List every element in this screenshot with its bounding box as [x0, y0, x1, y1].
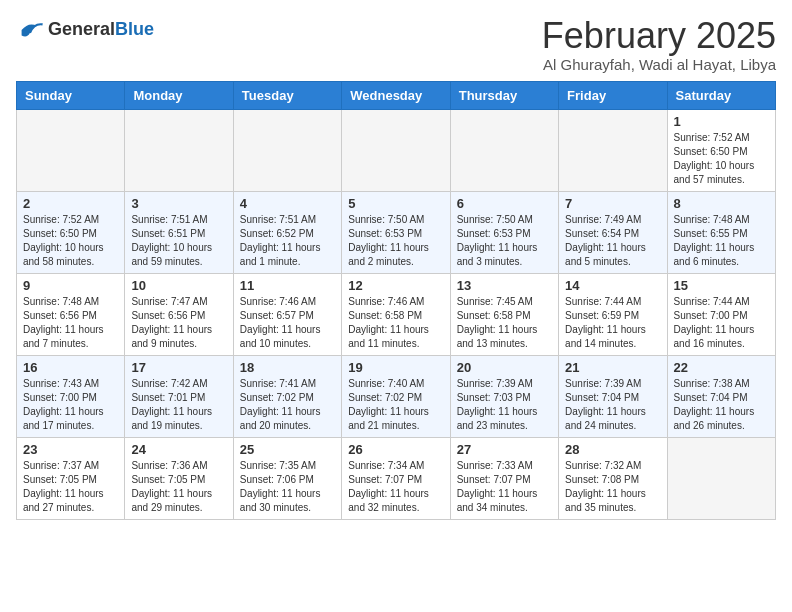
day-info: Sunrise: 7:37 AM Sunset: 7:05 PM Dayligh…: [23, 459, 118, 515]
day-number: 1: [674, 114, 769, 129]
day-info: Sunrise: 7:47 AM Sunset: 6:56 PM Dayligh…: [131, 295, 226, 351]
calendar-cell: [342, 109, 450, 191]
weekday-header-friday: Friday: [559, 81, 667, 109]
day-info: Sunrise: 7:36 AM Sunset: 7:05 PM Dayligh…: [131, 459, 226, 515]
day-info: Sunrise: 7:49 AM Sunset: 6:54 PM Dayligh…: [565, 213, 660, 269]
weekday-header-saturday: Saturday: [667, 81, 775, 109]
day-info: Sunrise: 7:50 AM Sunset: 6:53 PM Dayligh…: [348, 213, 443, 269]
day-info: Sunrise: 7:52 AM Sunset: 6:50 PM Dayligh…: [674, 131, 769, 187]
calendar-cell: 7Sunrise: 7:49 AM Sunset: 6:54 PM Daylig…: [559, 191, 667, 273]
calendar-cell: 28Sunrise: 7:32 AM Sunset: 7:08 PM Dayli…: [559, 437, 667, 519]
logo-icon: [16, 16, 44, 44]
day-number: 6: [457, 196, 552, 211]
day-number: 11: [240, 278, 335, 293]
calendar-week-row: 23Sunrise: 7:37 AM Sunset: 7:05 PM Dayli…: [17, 437, 776, 519]
calendar-cell: 15Sunrise: 7:44 AM Sunset: 7:00 PM Dayli…: [667, 273, 775, 355]
page-header: GeneralBlue February 2025 Al Ghurayfah, …: [16, 16, 776, 73]
day-number: 10: [131, 278, 226, 293]
day-number: 7: [565, 196, 660, 211]
calendar-table: SundayMondayTuesdayWednesdayThursdayFrid…: [16, 81, 776, 520]
calendar-cell: [667, 437, 775, 519]
logo: GeneralBlue: [16, 16, 154, 44]
calendar-cell: [125, 109, 233, 191]
day-info: Sunrise: 7:39 AM Sunset: 7:03 PM Dayligh…: [457, 377, 552, 433]
title-area: February 2025 Al Ghurayfah, Wadi al Haya…: [542, 16, 776, 73]
day-info: Sunrise: 7:35 AM Sunset: 7:06 PM Dayligh…: [240, 459, 335, 515]
day-number: 15: [674, 278, 769, 293]
calendar-cell: 18Sunrise: 7:41 AM Sunset: 7:02 PM Dayli…: [233, 355, 341, 437]
weekday-header-tuesday: Tuesday: [233, 81, 341, 109]
weekday-header-thursday: Thursday: [450, 81, 558, 109]
day-number: 3: [131, 196, 226, 211]
day-info: Sunrise: 7:40 AM Sunset: 7:02 PM Dayligh…: [348, 377, 443, 433]
day-info: Sunrise: 7:42 AM Sunset: 7:01 PM Dayligh…: [131, 377, 226, 433]
calendar-cell: 16Sunrise: 7:43 AM Sunset: 7:00 PM Dayli…: [17, 355, 125, 437]
day-number: 16: [23, 360, 118, 375]
day-info: Sunrise: 7:43 AM Sunset: 7:00 PM Dayligh…: [23, 377, 118, 433]
day-number: 14: [565, 278, 660, 293]
calendar-cell: [17, 109, 125, 191]
calendar-cell: 1Sunrise: 7:52 AM Sunset: 6:50 PM Daylig…: [667, 109, 775, 191]
day-number: 4: [240, 196, 335, 211]
day-info: Sunrise: 7:51 AM Sunset: 6:51 PM Dayligh…: [131, 213, 226, 269]
location: Al Ghurayfah, Wadi al Hayat, Libya: [542, 56, 776, 73]
day-number: 2: [23, 196, 118, 211]
day-info: Sunrise: 7:52 AM Sunset: 6:50 PM Dayligh…: [23, 213, 118, 269]
calendar-cell: 17Sunrise: 7:42 AM Sunset: 7:01 PM Dayli…: [125, 355, 233, 437]
day-number: 12: [348, 278, 443, 293]
day-number: 21: [565, 360, 660, 375]
calendar-cell: 19Sunrise: 7:40 AM Sunset: 7:02 PM Dayli…: [342, 355, 450, 437]
weekday-header-monday: Monday: [125, 81, 233, 109]
calendar-cell: [559, 109, 667, 191]
calendar-cell: 21Sunrise: 7:39 AM Sunset: 7:04 PM Dayli…: [559, 355, 667, 437]
day-number: 28: [565, 442, 660, 457]
calendar-week-row: 16Sunrise: 7:43 AM Sunset: 7:00 PM Dayli…: [17, 355, 776, 437]
day-info: Sunrise: 7:46 AM Sunset: 6:58 PM Dayligh…: [348, 295, 443, 351]
month-title: February 2025: [542, 16, 776, 56]
day-number: 17: [131, 360, 226, 375]
day-number: 18: [240, 360, 335, 375]
day-info: Sunrise: 7:38 AM Sunset: 7:04 PM Dayligh…: [674, 377, 769, 433]
day-info: Sunrise: 7:39 AM Sunset: 7:04 PM Dayligh…: [565, 377, 660, 433]
calendar-cell: 12Sunrise: 7:46 AM Sunset: 6:58 PM Dayli…: [342, 273, 450, 355]
calendar-cell: 24Sunrise: 7:36 AM Sunset: 7:05 PM Dayli…: [125, 437, 233, 519]
day-number: 8: [674, 196, 769, 211]
logo-text: GeneralBlue: [48, 19, 154, 41]
day-info: Sunrise: 7:41 AM Sunset: 7:02 PM Dayligh…: [240, 377, 335, 433]
calendar-cell: 22Sunrise: 7:38 AM Sunset: 7:04 PM Dayli…: [667, 355, 775, 437]
calendar-cell: 13Sunrise: 7:45 AM Sunset: 6:58 PM Dayli…: [450, 273, 558, 355]
calendar-cell: 26Sunrise: 7:34 AM Sunset: 7:07 PM Dayli…: [342, 437, 450, 519]
calendar-cell: 23Sunrise: 7:37 AM Sunset: 7:05 PM Dayli…: [17, 437, 125, 519]
day-info: Sunrise: 7:50 AM Sunset: 6:53 PM Dayligh…: [457, 213, 552, 269]
day-number: 27: [457, 442, 552, 457]
day-number: 26: [348, 442, 443, 457]
calendar-cell: 10Sunrise: 7:47 AM Sunset: 6:56 PM Dayli…: [125, 273, 233, 355]
calendar-cell: 2Sunrise: 7:52 AM Sunset: 6:50 PM Daylig…: [17, 191, 125, 273]
calendar-cell: 3Sunrise: 7:51 AM Sunset: 6:51 PM Daylig…: [125, 191, 233, 273]
calendar-cell: 5Sunrise: 7:50 AM Sunset: 6:53 PM Daylig…: [342, 191, 450, 273]
weekday-header-wednesday: Wednesday: [342, 81, 450, 109]
calendar-cell: 11Sunrise: 7:46 AM Sunset: 6:57 PM Dayli…: [233, 273, 341, 355]
calendar-cell: 8Sunrise: 7:48 AM Sunset: 6:55 PM Daylig…: [667, 191, 775, 273]
weekday-header-row: SundayMondayTuesdayWednesdayThursdayFrid…: [17, 81, 776, 109]
calendar-cell: [233, 109, 341, 191]
day-info: Sunrise: 7:48 AM Sunset: 6:56 PM Dayligh…: [23, 295, 118, 351]
calendar-cell: 9Sunrise: 7:48 AM Sunset: 6:56 PM Daylig…: [17, 273, 125, 355]
day-number: 23: [23, 442, 118, 457]
calendar-cell: 6Sunrise: 7:50 AM Sunset: 6:53 PM Daylig…: [450, 191, 558, 273]
day-info: Sunrise: 7:33 AM Sunset: 7:07 PM Dayligh…: [457, 459, 552, 515]
day-number: 20: [457, 360, 552, 375]
weekday-header-sunday: Sunday: [17, 81, 125, 109]
calendar-cell: 20Sunrise: 7:39 AM Sunset: 7:03 PM Dayli…: [450, 355, 558, 437]
day-info: Sunrise: 7:48 AM Sunset: 6:55 PM Dayligh…: [674, 213, 769, 269]
day-info: Sunrise: 7:44 AM Sunset: 7:00 PM Dayligh…: [674, 295, 769, 351]
day-info: Sunrise: 7:44 AM Sunset: 6:59 PM Dayligh…: [565, 295, 660, 351]
day-number: 25: [240, 442, 335, 457]
calendar-cell: 25Sunrise: 7:35 AM Sunset: 7:06 PM Dayli…: [233, 437, 341, 519]
day-info: Sunrise: 7:32 AM Sunset: 7:08 PM Dayligh…: [565, 459, 660, 515]
calendar-cell: 4Sunrise: 7:51 AM Sunset: 6:52 PM Daylig…: [233, 191, 341, 273]
day-number: 19: [348, 360, 443, 375]
day-number: 13: [457, 278, 552, 293]
day-info: Sunrise: 7:51 AM Sunset: 6:52 PM Dayligh…: [240, 213, 335, 269]
calendar-week-row: 9Sunrise: 7:48 AM Sunset: 6:56 PM Daylig…: [17, 273, 776, 355]
